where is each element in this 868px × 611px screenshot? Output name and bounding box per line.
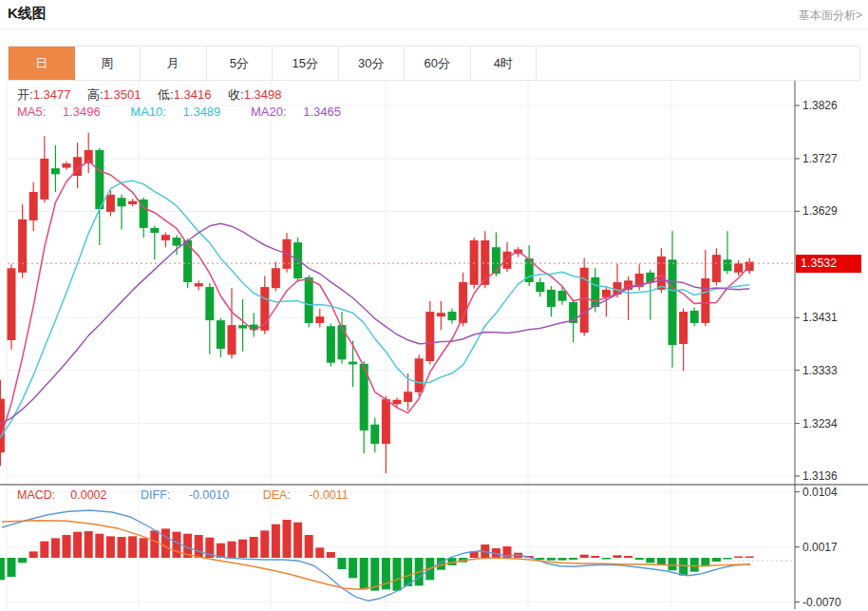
price-tick-label: 1.3727 [802, 152, 838, 165]
price-tick-label: 1.3431 [802, 311, 838, 324]
high-value: 1.3501 [104, 87, 142, 102]
dea-value: DEA: -0.0011 [263, 488, 364, 502]
macd-tick-label: 0.0017 [802, 541, 838, 554]
macd-tick-label: 0.0104 [802, 486, 838, 499]
ma10-value: MA10: 1.3489 [130, 105, 234, 119]
close-label: 收: [228, 87, 244, 102]
macd-row: MACD:0.0002 DIFF: -0.0010 DEA: -0.0011 [17, 488, 379, 502]
high-label: 高: [87, 87, 104, 102]
ma20-value: MA20: 1.3465 [251, 105, 354, 119]
price-tick-label: 1.3333 [802, 364, 838, 377]
diff-value: DIFF: -0.0010 [141, 488, 244, 502]
ma5-value: MA5: 1.3496 [17, 105, 114, 119]
price-tick-label: 1.3629 [802, 204, 838, 218]
open-value: 1.3477 [33, 87, 71, 102]
ma-row: MA5: 1.3496 MA10: 1.3489 MA20: 1.3465 [17, 105, 368, 119]
open-label: 开: [17, 87, 33, 102]
price-tick-label: 1.3136 [802, 469, 838, 483]
close-value: 1.3498 [244, 87, 282, 102]
low-value: 1.3416 [174, 87, 212, 102]
macd-value: MACD:0.0002 [17, 488, 123, 502]
current-price-badge: 1.3532 [796, 255, 861, 273]
ohlc-row: 开:1.3477 高:1.3501 低:1.3416 收:1.3498 [17, 86, 294, 104]
kline-page: K线图 基本面分析> 日周月5分15分30分60分4时 开:1.3477 高:1… [0, 0, 868, 611]
macd-tick-label: -0.0070 [802, 596, 841, 609]
price-tick-label: 1.3234 [802, 417, 838, 430]
low-label: 低: [158, 87, 174, 102]
price-tick-label: 1.3826 [802, 99, 838, 112]
